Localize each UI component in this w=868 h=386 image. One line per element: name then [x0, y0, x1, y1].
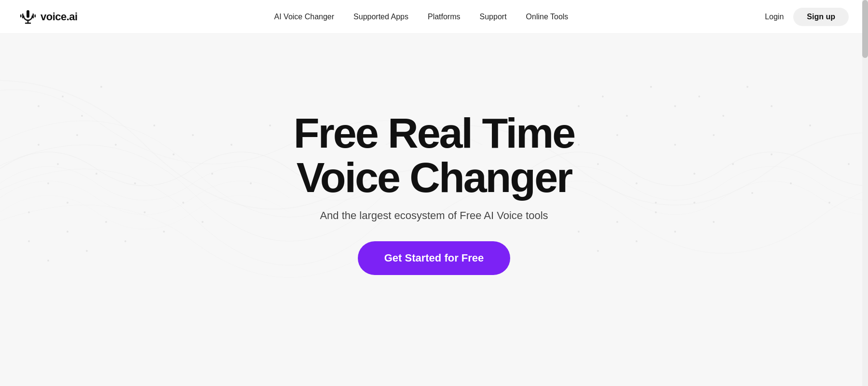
- scrollbar[interactable]: [862, 0, 868, 386]
- svg-point-22: [250, 182, 252, 184]
- svg-point-53: [578, 231, 580, 233]
- hero-title-line1: Free Real Time: [294, 109, 574, 157]
- svg-point-56: [636, 240, 637, 242]
- svg-point-23: [269, 124, 271, 126]
- svg-point-41: [636, 182, 637, 184]
- svg-rect-3: [20, 14, 22, 17]
- svg-point-19: [192, 134, 194, 136]
- svg-point-27: [86, 250, 88, 252]
- nav-link-platforms[interactable]: Platforms: [428, 13, 461, 21]
- svg-point-44: [693, 173, 695, 175]
- svg-point-40: [616, 134, 618, 136]
- svg-point-60: [713, 221, 715, 223]
- logo-text: voice.ai: [41, 11, 78, 23]
- hero-content: Free Real Time Voice Changer And the lar…: [294, 111, 574, 276]
- voice-ai-logo-icon: [19, 8, 37, 26]
- hero-title: Free Real Time Voice Changer: [294, 111, 574, 200]
- svg-rect-5: [35, 14, 36, 17]
- svg-point-28: [105, 221, 107, 223]
- svg-point-11: [47, 182, 49, 184]
- svg-point-31: [163, 231, 165, 233]
- hero-title-line2: Voice Changer: [297, 153, 572, 201]
- login-button[interactable]: Login: [765, 13, 784, 21]
- scrollbar-thumb[interactable]: [862, 0, 868, 58]
- svg-point-55: [616, 221, 618, 223]
- svg-point-45: [713, 134, 715, 136]
- svg-point-43: [674, 144, 676, 146]
- svg-point-17: [153, 124, 155, 126]
- svg-point-64: [650, 86, 652, 88]
- svg-point-61: [578, 105, 580, 107]
- svg-point-63: [626, 115, 628, 117]
- svg-point-15: [115, 144, 117, 146]
- svg-point-47: [751, 192, 753, 194]
- svg-point-48: [771, 153, 773, 155]
- svg-point-24: [28, 240, 30, 242]
- svg-rect-4: [22, 14, 24, 18]
- svg-point-25: [47, 260, 49, 262]
- nav-link-supported-apps[interactable]: Supported Apps: [353, 13, 408, 21]
- svg-point-58: [674, 231, 676, 233]
- svg-point-62: [602, 96, 604, 97]
- nav-link-ai-voice-changer[interactable]: AI Voice Changer: [274, 13, 335, 21]
- navbar-auth-area: Login Sign up: [765, 8, 849, 26]
- svg-point-66: [698, 96, 700, 97]
- svg-point-50: [809, 124, 811, 126]
- svg-point-36: [81, 115, 83, 117]
- svg-point-10: [76, 134, 78, 136]
- svg-point-52: [848, 163, 850, 165]
- svg-rect-6: [33, 14, 34, 18]
- svg-point-37: [100, 86, 102, 88]
- svg-point-38: [578, 144, 580, 146]
- signup-button[interactable]: Sign up: [793, 8, 849, 26]
- svg-point-68: [746, 86, 748, 88]
- nav-link-online-tools[interactable]: Online Tools: [526, 13, 569, 21]
- navbar-logo-area: voice.ai: [19, 8, 78, 26]
- navbar: voice.ai AI Voice Changer Supported Apps…: [0, 0, 868, 34]
- svg-point-8: [38, 144, 40, 146]
- svg-point-34: [38, 105, 40, 107]
- svg-point-21: [231, 144, 232, 146]
- svg-point-54: [597, 250, 599, 252]
- svg-point-35: [62, 96, 64, 97]
- hero-subtitle: And the largest ecosystem of Free AI Voi…: [320, 209, 548, 222]
- svg-point-33: [202, 221, 203, 223]
- svg-point-14: [95, 173, 97, 175]
- svg-point-18: [173, 153, 175, 155]
- svg-point-26: [67, 231, 68, 233]
- svg-point-69: [771, 105, 773, 107]
- svg-point-12: [67, 202, 68, 204]
- svg-point-39: [597, 163, 599, 165]
- svg-rect-0: [27, 10, 29, 18]
- nav-link-support[interactable]: Support: [480, 13, 507, 21]
- svg-point-29: [124, 240, 126, 242]
- svg-point-16: [134, 182, 136, 184]
- navbar-links: AI Voice Changer Supported Apps Platform…: [274, 13, 569, 21]
- get-started-button[interactable]: Get Started for Free: [358, 241, 511, 275]
- svg-point-9: [57, 163, 59, 165]
- svg-point-67: [722, 115, 724, 117]
- svg-point-65: [674, 105, 676, 107]
- hero-section: Free Real Time Voice Changer And the lar…: [0, 0, 868, 386]
- svg-point-30: [144, 211, 146, 213]
